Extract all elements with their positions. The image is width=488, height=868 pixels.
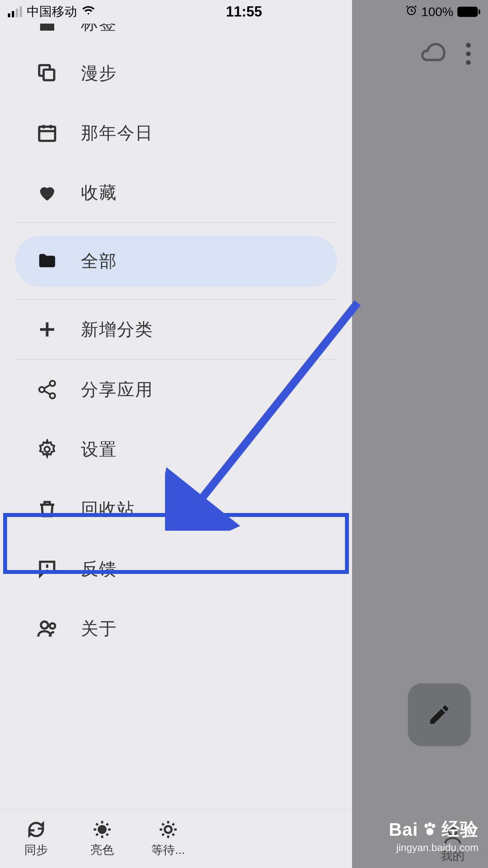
plus-icon xyxy=(35,318,59,341)
bottom-label: 同步 xyxy=(24,842,48,858)
menu-item-feedback[interactable]: 反馈 xyxy=(0,539,352,599)
bottom-sync[interactable]: 同步 xyxy=(13,819,60,858)
menu-label: 那年今日 xyxy=(81,121,153,145)
watermark-brand: Bai xyxy=(389,819,418,840)
bottom-light[interactable]: 亮色 xyxy=(79,819,126,858)
watermark-url: jingyan.baidu.com xyxy=(389,842,479,854)
menu-label: 分享应用 xyxy=(81,378,153,401)
svg-point-16 xyxy=(432,824,435,828)
drawer-bottom-bar: 同步 亮色 等待... xyxy=(0,809,352,868)
menu-label: 漫步 xyxy=(81,62,117,85)
signal-icon xyxy=(8,6,22,17)
folder-icon xyxy=(35,249,59,273)
menu-item-about[interactable]: 关于 xyxy=(0,599,352,658)
alarm-icon xyxy=(405,4,417,19)
heart-icon xyxy=(35,181,59,204)
menu-label: 新增分类 xyxy=(81,318,153,341)
cloud-icon[interactable] xyxy=(419,39,446,68)
svg-point-10 xyxy=(99,826,105,833)
menu-item-favorites[interactable]: 收藏 xyxy=(0,163,352,223)
about-icon xyxy=(35,617,59,640)
svg-point-15 xyxy=(428,822,431,827)
svg-point-5 xyxy=(39,387,45,392)
menu-item-wander[interactable]: 漫步 xyxy=(0,43,352,103)
wifi-icon xyxy=(82,4,95,20)
battery-percent: 100% xyxy=(421,5,453,19)
menu-item-share[interactable]: 分享应用 xyxy=(0,360,352,419)
side-drawer: 标签 漫步 那年今日 收藏 xyxy=(0,0,352,868)
screen-root: 我的 标签 漫步 那年今日 xyxy=(0,0,488,868)
svg-point-11 xyxy=(165,826,171,833)
menu-item-add-category[interactable]: 新增分类 xyxy=(0,300,352,359)
menu-item-settings[interactable]: 设置 xyxy=(0,419,352,479)
folder-section: 全部 xyxy=(0,223,352,299)
feedback-icon xyxy=(35,557,59,581)
bg-topbar xyxy=(419,39,488,68)
drawer-content: 标签 漫步 那年今日 收藏 xyxy=(0,24,352,809)
svg-point-17 xyxy=(426,828,433,835)
svg-point-6 xyxy=(50,393,55,399)
battery-icon xyxy=(457,7,480,17)
menu-label: 收藏 xyxy=(81,181,117,204)
menu-item-that-year[interactable]: 那年今日 xyxy=(0,103,352,163)
menu-label: 回收站 xyxy=(81,498,135,521)
wander-icon xyxy=(35,61,59,85)
svg-rect-2 xyxy=(44,70,54,80)
watermark-suffix: 经验 xyxy=(442,817,479,842)
menu-item-recycle[interactable]: 回收站 xyxy=(0,479,352,539)
watermark: Bai 经验 jingyan.baidu.com xyxy=(389,817,479,854)
share-icon xyxy=(35,378,59,401)
menu-item-tags[interactable]: 标签 xyxy=(0,24,352,43)
folder-all[interactable]: 全部 xyxy=(15,235,337,287)
menu-label: 标签 xyxy=(81,24,117,35)
bottom-label: 等待... xyxy=(151,842,185,858)
menu-label: 设置 xyxy=(81,438,117,461)
more-icon[interactable] xyxy=(466,43,471,65)
folder-label: 全部 xyxy=(81,250,117,273)
svg-point-4 xyxy=(50,381,55,386)
svg-point-8 xyxy=(41,622,48,629)
svg-rect-3 xyxy=(39,127,55,141)
bottom-label: 亮色 xyxy=(90,842,114,858)
status-bar: 中国移动 11:55 100% xyxy=(0,0,488,24)
svg-point-9 xyxy=(50,623,55,629)
menu-label: 关于 xyxy=(81,617,117,640)
tag-icon xyxy=(35,24,59,35)
carrier-label: 中国移动 xyxy=(27,3,77,20)
dimmed-overlay[interactable]: 我的 xyxy=(352,0,488,868)
menu-label: 反馈 xyxy=(81,557,117,581)
svg-point-14 xyxy=(424,824,428,828)
bottom-pending[interactable]: 等待... xyxy=(145,819,192,858)
gear-icon xyxy=(35,438,59,461)
calendar-icon xyxy=(35,121,59,145)
status-time: 11:55 xyxy=(165,4,323,20)
edit-fab[interactable] xyxy=(408,683,471,746)
trash-icon xyxy=(35,497,59,521)
svg-point-7 xyxy=(44,447,50,452)
